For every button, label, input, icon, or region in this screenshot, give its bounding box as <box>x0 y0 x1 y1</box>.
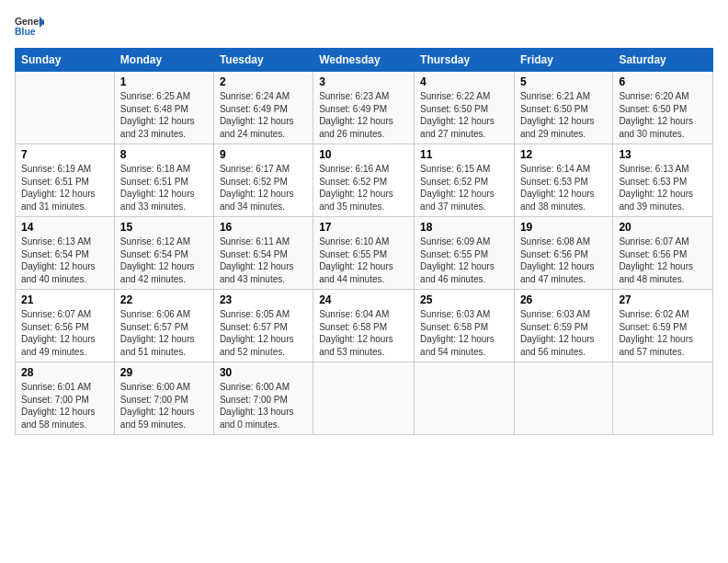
day-info: Sunrise: 6:12 AM Sunset: 6:54 PM Dayligh… <box>120 236 208 285</box>
calendar-table: SundayMondayTuesdayWednesdayThursdayFrid… <box>15 48 713 435</box>
calendar-cell: 23Sunrise: 6:05 AM Sunset: 6:57 PM Dayli… <box>213 290 313 362</box>
calendar-row: 28Sunrise: 6:01 AM Sunset: 7:00 PM Dayli… <box>16 362 713 435</box>
calendar-cell <box>313 362 415 435</box>
day-number: 15 <box>120 221 208 234</box>
page-container: General Blue SundayMondayTuesdayWednesda… <box>0 0 728 442</box>
calendar-cell: 24Sunrise: 6:04 AM Sunset: 6:58 PM Dayli… <box>313 290 415 362</box>
calendar-cell: 12Sunrise: 6:14 AM Sunset: 6:53 PM Dayli… <box>514 144 612 217</box>
calendar-cell: 3Sunrise: 6:23 AM Sunset: 6:49 PM Daylig… <box>313 72 415 144</box>
calendar-row: 21Sunrise: 6:07 AM Sunset: 6:56 PM Dayli… <box>16 290 713 362</box>
day-number: 24 <box>319 293 408 306</box>
day-info: Sunrise: 6:09 AM Sunset: 6:55 PM Dayligh… <box>420 236 508 285</box>
calendar-cell: 29Sunrise: 6:00 AM Sunset: 7:00 PM Dayli… <box>114 362 213 435</box>
calendar-cell: 9Sunrise: 6:17 AM Sunset: 6:52 PM Daylig… <box>213 144 313 217</box>
day-info: Sunrise: 6:22 AM Sunset: 6:50 PM Dayligh… <box>420 90 508 140</box>
day-number: 3 <box>319 75 408 88</box>
day-info: Sunrise: 6:13 AM Sunset: 6:54 PM Dayligh… <box>21 236 108 285</box>
day-number: 18 <box>420 221 508 234</box>
calendar-cell <box>613 362 713 435</box>
day-info: Sunrise: 6:11 AM Sunset: 6:54 PM Dayligh… <box>220 236 307 285</box>
day-number: 17 <box>319 221 408 234</box>
col-header-thursday: Thursday <box>415 49 515 72</box>
day-number: 20 <box>619 221 707 234</box>
day-number: 7 <box>21 148 108 161</box>
calendar-cell: 19Sunrise: 6:08 AM Sunset: 6:56 PM Dayli… <box>514 217 612 290</box>
day-number: 8 <box>120 148 208 161</box>
day-number: 30 <box>220 366 307 379</box>
logo: General Blue <box>15 15 44 40</box>
day-info: Sunrise: 6:15 AM Sunset: 6:52 PM Dayligh… <box>420 163 508 213</box>
day-info: Sunrise: 6:23 AM Sunset: 6:49 PM Dayligh… <box>319 90 408 140</box>
day-info: Sunrise: 6:13 AM Sunset: 6:53 PM Dayligh… <box>619 163 707 213</box>
calendar-cell: 13Sunrise: 6:13 AM Sunset: 6:53 PM Dayli… <box>613 144 713 217</box>
day-number: 16 <box>220 221 307 234</box>
calendar-row: 14Sunrise: 6:13 AM Sunset: 6:54 PM Dayli… <box>16 217 713 290</box>
day-number: 1 <box>120 75 208 88</box>
day-number: 21 <box>21 293 108 306</box>
calendar-cell: 27Sunrise: 6:02 AM Sunset: 6:59 PM Dayli… <box>613 290 713 362</box>
day-number: 25 <box>420 293 508 306</box>
day-info: Sunrise: 6:02 AM Sunset: 6:59 PM Dayligh… <box>619 308 707 358</box>
calendar-cell: 17Sunrise: 6:10 AM Sunset: 6:55 PM Dayli… <box>313 217 415 290</box>
day-number: 6 <box>619 75 707 88</box>
calendar-cell <box>415 362 515 435</box>
col-header-tuesday: Tuesday <box>213 49 313 72</box>
day-info: Sunrise: 6:21 AM Sunset: 6:50 PM Dayligh… <box>520 90 607 140</box>
column-headers: SundayMondayTuesdayWednesdayThursdayFrid… <box>16 49 713 72</box>
day-info: Sunrise: 6:25 AM Sunset: 6:48 PM Dayligh… <box>120 90 208 140</box>
calendar-cell: 25Sunrise: 6:03 AM Sunset: 6:58 PM Dayli… <box>415 290 515 362</box>
calendar-cell: 21Sunrise: 6:07 AM Sunset: 6:56 PM Dayli… <box>16 290 115 362</box>
day-info: Sunrise: 6:17 AM Sunset: 6:52 PM Dayligh… <box>220 163 307 213</box>
col-header-friday: Friday <box>514 49 612 72</box>
calendar-cell: 11Sunrise: 6:15 AM Sunset: 6:52 PM Dayli… <box>415 144 515 217</box>
calendar-cell: 30Sunrise: 6:00 AM Sunset: 7:00 PM Dayli… <box>213 362 313 435</box>
day-info: Sunrise: 6:20 AM Sunset: 6:50 PM Dayligh… <box>619 90 707 140</box>
day-info: Sunrise: 6:03 AM Sunset: 6:58 PM Dayligh… <box>420 308 508 358</box>
day-number: 10 <box>319 148 408 161</box>
day-info: Sunrise: 6:10 AM Sunset: 6:55 PM Dayligh… <box>319 236 408 285</box>
calendar-cell <box>514 362 612 435</box>
day-info: Sunrise: 6:00 AM Sunset: 7:00 PM Dayligh… <box>120 381 208 431</box>
day-info: Sunrise: 6:00 AM Sunset: 7:00 PM Dayligh… <box>220 381 307 431</box>
day-number: 27 <box>619 293 707 306</box>
day-info: Sunrise: 6:16 AM Sunset: 6:52 PM Dayligh… <box>319 163 408 213</box>
calendar-cell: 28Sunrise: 6:01 AM Sunset: 7:00 PM Dayli… <box>16 362 115 435</box>
day-info: Sunrise: 6:01 AM Sunset: 7:00 PM Dayligh… <box>21 381 108 431</box>
day-number: 19 <box>520 221 607 234</box>
day-info: Sunrise: 6:07 AM Sunset: 6:56 PM Dayligh… <box>21 308 108 358</box>
day-number: 29 <box>120 366 208 379</box>
day-info: Sunrise: 6:05 AM Sunset: 6:57 PM Dayligh… <box>220 308 307 358</box>
calendar-cell: 1Sunrise: 6:25 AM Sunset: 6:48 PM Daylig… <box>114 72 213 144</box>
header: General Blue <box>15 15 713 40</box>
day-number: 4 <box>420 75 508 88</box>
day-number: 13 <box>619 148 707 161</box>
day-number: 11 <box>420 148 508 161</box>
calendar-cell: 8Sunrise: 6:18 AM Sunset: 6:51 PM Daylig… <box>114 144 213 217</box>
day-number: 23 <box>220 293 307 306</box>
calendar-cell: 10Sunrise: 6:16 AM Sunset: 6:52 PM Dayli… <box>313 144 415 217</box>
day-number: 28 <box>21 366 108 379</box>
day-info: Sunrise: 6:24 AM Sunset: 6:49 PM Dayligh… <box>220 90 307 140</box>
day-number: 12 <box>520 148 607 161</box>
day-info: Sunrise: 6:04 AM Sunset: 6:58 PM Dayligh… <box>319 308 408 358</box>
day-number: 5 <box>520 75 607 88</box>
col-header-sunday: Sunday <box>16 49 115 72</box>
col-header-monday: Monday <box>114 49 213 72</box>
day-number: 9 <box>220 148 307 161</box>
day-info: Sunrise: 6:03 AM Sunset: 6:59 PM Dayligh… <box>520 308 607 358</box>
calendar-cell: 4Sunrise: 6:22 AM Sunset: 6:50 PM Daylig… <box>415 72 515 144</box>
calendar-cell <box>16 72 115 144</box>
day-number: 22 <box>120 293 208 306</box>
day-info: Sunrise: 6:06 AM Sunset: 6:57 PM Dayligh… <box>120 308 208 358</box>
day-info: Sunrise: 6:07 AM Sunset: 6:56 PM Dayligh… <box>619 236 707 285</box>
day-info: Sunrise: 6:19 AM Sunset: 6:51 PM Dayligh… <box>21 163 108 213</box>
calendar-cell: 20Sunrise: 6:07 AM Sunset: 6:56 PM Dayli… <box>613 217 713 290</box>
svg-text:Blue: Blue <box>15 27 36 37</box>
calendar-cell: 14Sunrise: 6:13 AM Sunset: 6:54 PM Dayli… <box>16 217 115 290</box>
calendar-row: 7Sunrise: 6:19 AM Sunset: 6:51 PM Daylig… <box>16 144 713 217</box>
calendar-cell: 15Sunrise: 6:12 AM Sunset: 6:54 PM Dayli… <box>114 217 213 290</box>
day-info: Sunrise: 6:14 AM Sunset: 6:53 PM Dayligh… <box>520 163 607 213</box>
calendar-cell: 5Sunrise: 6:21 AM Sunset: 6:50 PM Daylig… <box>514 72 612 144</box>
calendar-cell: 26Sunrise: 6:03 AM Sunset: 6:59 PM Dayli… <box>514 290 612 362</box>
col-header-wednesday: Wednesday <box>313 49 415 72</box>
